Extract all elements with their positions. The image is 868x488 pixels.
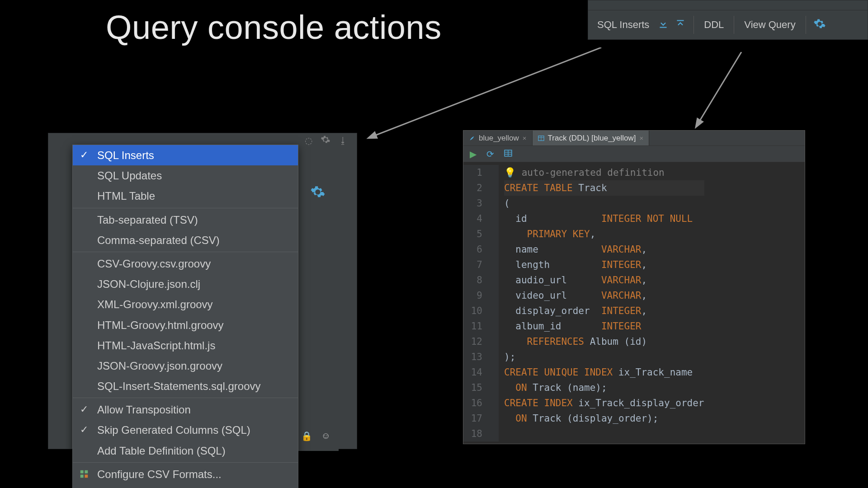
gear-icon[interactable] — [321, 135, 330, 146]
menu-item-label: JSON-Groovy.json.groovy — [97, 360, 222, 372]
query-console-toolbar: SQL Inserts DDL View Query — [588, 0, 868, 40]
svg-line-14 — [696, 52, 741, 127]
svg-rect-3 — [85, 470, 88, 474]
menu-item[interactable]: CSV-Groovy.csv.groovy — [73, 253, 298, 274]
menu-item-label: HTML-Groovy.html.groovy — [97, 319, 224, 331]
editor-tab[interactable]: Track (DDL) [blue_yellow]× — [533, 131, 650, 145]
toolbar-separator — [693, 16, 694, 34]
toolbar-separator — [734, 16, 734, 34]
gear-icon[interactable] — [310, 184, 328, 202]
menu-item-label: JSON-Clojure.json.clj — [97, 278, 200, 290]
menu-divider — [73, 208, 298, 208]
menu-item[interactable]: HTML-Groovy.html.groovy — [73, 315, 298, 335]
check-icon: ✓ — [80, 147, 88, 163]
menu-item[interactable]: Comma-separated (CSV) — [73, 230, 298, 250]
menu-item[interactable]: Configure CSV Formats... — [73, 464, 298, 484]
menu-item[interactable]: HTML Table — [73, 186, 298, 206]
gear-icon[interactable] — [813, 18, 826, 32]
configure-icon — [79, 467, 89, 483]
menu-item[interactable]: JSON-Clojure.json.clj — [73, 274, 298, 294]
export-icon[interactable] — [675, 18, 686, 32]
help-icon[interactable]: ◌ — [305, 135, 312, 146]
editor-tab[interactable]: blue_yellow× — [463, 131, 533, 145]
ddl-button[interactable]: DDL — [701, 17, 726, 33]
menu-item[interactable]: Go to Scripts Directory — [73, 484, 298, 488]
menu-item-label: CSV-Groovy.csv.groovy — [97, 258, 211, 270]
menu-item-label: SQL Inserts — [97, 149, 154, 161]
code-text[interactable]: 💡 auto-generated definitionCREATE TABLE … — [499, 165, 704, 441]
hector-icon[interactable]: ☺ — [321, 431, 330, 441]
menu-item[interactable]: SQL-Insert-Statements.sql.groovy — [73, 376, 298, 396]
svg-rect-4 — [80, 474, 84, 478]
menu-item-label: HTML Table — [97, 190, 155, 202]
editor-tabs: blue_yellow×Track (DDL) [blue_yellow]× — [463, 131, 805, 146]
line-number-gutter: 123456789101112131415161718 — [463, 165, 489, 441]
slide-title: Query console actions — [106, 8, 442, 47]
toolbar-row: SQL Inserts DDL View Query — [588, 10, 868, 39]
svg-rect-2 — [80, 470, 84, 474]
toolbar-titlebar — [588, 0, 868, 10]
refresh-icon[interactable]: ⟳ — [486, 149, 494, 160]
menu-divider — [73, 398, 298, 398]
menu-item[interactable]: ✓Allow Transposition — [73, 399, 298, 420]
fold-column — [489, 165, 499, 441]
menu-item-label: HTML-JavaScript.html.js — [97, 339, 215, 352]
menu-item[interactable]: JSON-Groovy.json.groovy — [73, 356, 298, 376]
close-icon[interactable]: × — [523, 134, 527, 142]
export-format-menu: ✓SQL InsertsSQL UpdatesHTML TableTab-sep… — [72, 145, 298, 488]
menu-item[interactable]: Tab-separated (TSV) — [73, 210, 298, 230]
menu-item-label: XML-Groovy.xml.groovy — [97, 298, 213, 310]
close-icon[interactable]: × — [640, 134, 644, 142]
menu-item-label: Allow Transposition — [97, 404, 191, 416]
menu-item-label: Comma-separated (CSV) — [97, 234, 220, 246]
tab-label: blue_yellow — [479, 134, 519, 143]
editor-action-bar: ▶ ⟳ — [463, 146, 805, 162]
menu-item[interactable]: SQL Updates — [73, 165, 298, 186]
menu-item-label: Configure CSV Formats... — [97, 468, 222, 480]
menu-item[interactable]: Add Table Definition (SQL) — [73, 441, 298, 461]
run-icon[interactable]: ▶ — [470, 149, 476, 160]
menu-item[interactable]: XML-Groovy.xml.groovy — [73, 294, 298, 314]
svg-line-13 — [369, 47, 601, 138]
svg-rect-5 — [85, 474, 88, 478]
menu-item[interactable]: ✓SQL Inserts — [73, 145, 298, 165]
ddl-editor-panel: blue_yellow×Track (DDL) [blue_yellow]× ▶… — [463, 130, 805, 444]
lock-icon[interactable]: 🔒 — [301, 431, 312, 441]
svg-rect-1 — [677, 20, 684, 21]
menu-item[interactable]: ✓Skip Generated Columns (SQL) — [73, 420, 298, 440]
menu-divider — [73, 252, 298, 252]
tab-label: Track (DDL) [blue_yellow] — [548, 134, 636, 143]
menu-item-label: Add Table Definition (SQL) — [97, 445, 226, 457]
menu-item-label: Skip Generated Columns (SQL) — [97, 424, 250, 436]
menu-item-label: SQL Updates — [97, 169, 162, 182]
download-icon[interactable]: ⭳ — [339, 136, 348, 146]
menu-item[interactable]: HTML-JavaScript.html.js — [73, 335, 298, 356]
code-area[interactable]: 123456789101112131415161718 💡 auto-gener… — [463, 162, 805, 441]
sql-inserts-button[interactable]: SQL Inserts — [594, 17, 652, 33]
toolbar-separator — [806, 16, 806, 34]
menu-divider — [73, 462, 298, 463]
svg-rect-0 — [660, 27, 667, 28]
check-icon: ✓ — [80, 402, 88, 417]
import-icon[interactable] — [657, 18, 669, 32]
table-view-icon[interactable] — [504, 149, 512, 159]
menu-item-label: Tab-separated (TSV) — [97, 214, 198, 226]
menu-item-label: SQL-Insert-Statements.sql.groovy — [97, 380, 260, 392]
check-icon: ✓ — [80, 422, 88, 437]
view-query-button[interactable]: View Query — [741, 17, 798, 33]
